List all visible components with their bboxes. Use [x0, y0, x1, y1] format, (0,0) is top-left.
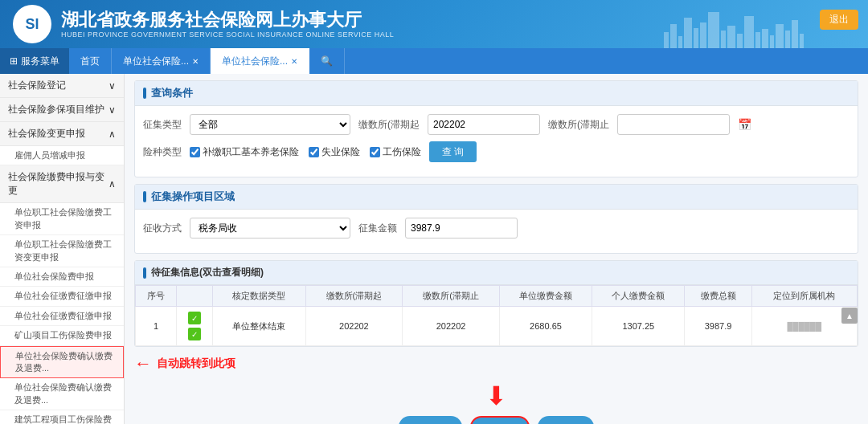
header-title-cn: 湖北省政务服务社会保险网上办事大厅 — [61, 10, 394, 31]
tab-unit-insurance-2[interactable]: 单位社会保险... ✕ — [211, 48, 309, 74]
col-check — [177, 286, 213, 307]
sidebar-group-register-label: 社会保险登记 — [8, 79, 66, 92]
tab-home[interactable]: 首页 — [69, 48, 112, 74]
checkbox-pension-label: 补缴职工基本养老保险 — [203, 145, 299, 159]
collect-title: 征集操作项目区域 — [151, 190, 235, 204]
sidebar-group-fee-label: 社会保险缴费申报与变更 — [8, 170, 108, 198]
col-from: 缴数所(滞期起 — [305, 286, 403, 307]
cell-to: 202202 — [403, 307, 500, 346]
checkbox-injury[interactable]: 工伤保险 — [370, 145, 421, 159]
count-from-input[interactable] — [428, 114, 540, 135]
sidebar-group-header-change[interactable]: 社会保险变更申报 ∧ — [0, 122, 124, 146]
sidebar-item-confirm-fee[interactable]: 单位社会保险费确认缴费及退费... — [0, 346, 124, 379]
checkbox-unemployment[interactable]: 失业保险 — [309, 145, 360, 159]
table-wrapper: 序号 核定数据类型 缴数所(滞期起 缴数所(滞期止 单位缴费金额 个人缴费金额 … — [135, 285, 858, 346]
sidebar-item-3[interactable]: 单位社会征缴费征缴申报 — [0, 287, 124, 306]
tab-unit-insurance-1[interactable]: 单位社会保险... ✕ — [112, 48, 211, 74]
down-arrow-icon: ⬇ — [485, 381, 507, 411]
type-label: 征集类型 — [143, 118, 182, 132]
chevron-icon-0: ∨ — [108, 80, 116, 92]
data-table: 序号 核定数据类型 缴数所(滞期起 缴数所(滞期止 单位缴费金额 个人缴费金额 … — [135, 285, 858, 346]
checkbox-pension-input[interactable] — [190, 147, 200, 157]
type2-label: 险种类型 — [143, 145, 182, 159]
cell-from: 202202 — [305, 307, 403, 346]
cell-personal-amount: 1307.25 — [592, 307, 685, 346]
collect-row: 征收方式 税务局收 征集金额 — [143, 218, 850, 238]
count-to-label: 缴数所(滞期止 — [548, 118, 609, 132]
tab2-label: 单位社会保险... — [222, 55, 288, 68]
tab-search-icon-tab[interactable]: 🔍 — [309, 48, 345, 74]
sidebar-group-insurance-register: 社会保险登记 ∨ — [0, 74, 124, 98]
query-section: 查询条件 征集类型 全部 缴数所(滞期起 缴数所(滞期止 📅 险种类型 — [134, 80, 858, 177]
type-select[interactable]: 全部 — [190, 114, 350, 135]
tab2-close-icon[interactable]: ✕ — [291, 57, 297, 66]
tab1-label: 单位社会保险... — [123, 55, 189, 68]
query-row-2: 险种类型 补缴职工基本养老保险 失业保险 工伤保险 — [143, 141, 850, 162]
checkbox-unemployment-input[interactable] — [309, 147, 319, 157]
sidebar-group-change-label: 社会保险变更申报 — [8, 127, 85, 141]
sidebar-group-maintain-label: 社会保险参保项目维护 — [8, 103, 104, 116]
cell-unit-amount: 2680.65 — [499, 307, 592, 346]
sidebar-item-0[interactable]: 单位职工社会保险缴费工资申报 — [0, 203, 124, 235]
query-row-1: 征集类型 全部 缴数所(滞期起 缴数所(滞期止 📅 — [143, 114, 850, 135]
count-from-label: 缴数所(滞期起 — [358, 118, 420, 132]
cell-checks: ✓ ✓ — [177, 307, 213, 346]
table-row[interactable]: 1 ✓ ✓ 单位整体结束 202202 202202 2680.65 — [136, 307, 858, 346]
col-total: 缴费总额 — [685, 286, 751, 307]
checkbox-injury-input[interactable] — [370, 147, 380, 157]
header-title-en: HUBEI PROVINCE GOVERNMENT SERVICE SOCIAL… — [61, 31, 394, 39]
annotation-row: ← 自动跳转到此项 — [134, 353, 858, 374]
count-to-input[interactable] — [617, 114, 730, 135]
sidebar-group-header-maintain[interactable]: 社会保险参保项目维护 ∨ — [0, 98, 124, 122]
logo-text: SI — [25, 16, 39, 33]
header: SI 湖北省政务服务社会保险网上办事大厅 HUBEI PROVINCE GOVE… — [0, 0, 868, 48]
col-unit-amount: 单位缴费金额 — [499, 286, 592, 307]
menu-button[interactable]: ⊞ 服务菜单 — [0, 48, 69, 74]
sidebar-item-4[interactable]: 单位社会征缴费征缴申报 — [0, 307, 124, 326]
chevron-icon-3: ∧ — [108, 178, 116, 190]
sidebar-group-insurance-maintain: 社会保险参保项目维护 ∨ — [0, 98, 124, 122]
amount-label: 征集金额 — [358, 222, 397, 235]
method-select[interactable]: 税务局收 — [190, 218, 350, 238]
skyline-decoration — [664, 12, 804, 48]
cancel-button[interactable]: 退 出 — [538, 416, 594, 424]
navbar: ⊞ 服务菜单 首页 单位社会保险... ✕ 单位社会保险... ✕ 🔍 — [0, 48, 868, 74]
search-button[interactable]: 查 询 — [429, 141, 477, 162]
sidebar-item-8[interactable]: 建筑工程项目工伤保险费征缴销单 — [0, 410, 124, 424]
chevron-icon-1: ∨ — [108, 104, 116, 116]
sidebar-item-7[interactable]: 单位社会保险费确认缴费及退费... — [0, 378, 124, 410]
query-section-body: 征集类型 全部 缴数所(滞期起 缴数所(滞期止 📅 险种类型 补 — [135, 106, 858, 177]
sidebar-item-2[interactable]: 单位社会保险费申报 — [0, 267, 124, 287]
query-section-header: 查询条件 — [135, 81, 858, 106]
cell-total: 3987.9 — [685, 307, 751, 346]
check-icon-2: ✓ — [188, 328, 201, 340]
table-title-text: 待征集信息(双击查看明细) — [151, 266, 264, 279]
nav-tabs: 首页 单位社会保险... ✕ 单位社会保险... ✕ 🔍 — [69, 48, 345, 74]
collect-section: 征集操作项目区域 征收方式 税务局收 征集金额 — [134, 184, 858, 254]
collect-section-header: 征集操作项目区域 — [135, 185, 858, 210]
sidebar-item-5[interactable]: 矿山项目工伤保险费申报 — [0, 326, 124, 345]
header-title-block: 湖北省政务服务社会保险网上办事大厅 HUBEI PROVINCE GOVERNM… — [61, 10, 394, 39]
checkbox-unemployment-label: 失业保险 — [321, 145, 360, 159]
amount-input[interactable] — [405, 218, 518, 238]
save-button[interactable]: 保 存 — [470, 416, 530, 424]
prev-button[interactable]: 上一步 — [399, 416, 462, 424]
header-logo: SI — [13, 5, 51, 43]
sidebar-group-header-register[interactable]: 社会保险登记 ∨ — [0, 74, 124, 98]
search-tab-icon: 🔍 — [321, 55, 333, 67]
checkbox-pension[interactable]: 补缴职工基本养老保险 — [190, 145, 299, 159]
sidebar-item-employ-report[interactable]: 雇佣人员增减申报 — [0, 146, 124, 165]
table-title: 待征集信息(双击查看明细) — [135, 261, 858, 285]
table-section: 待征集信息(双击查看明细) 序号 核定数据类型 缴数所(滞期起 缴数所(滞期止 … — [134, 260, 858, 347]
sidebar-item-1[interactable]: 单位职工社会保险缴费工资变更申报 — [0, 235, 124, 267]
menu-label: 服务菜单 — [21, 55, 59, 68]
method-label: 征收方式 — [143, 222, 182, 235]
scroll-up-button[interactable]: ▲ — [841, 308, 858, 324]
logout-button[interactable]: 退出 — [820, 10, 858, 30]
home-tab-label: 首页 — [80, 55, 100, 68]
checkbox-group: 补缴职工基本养老保险 失业保险 工伤保险 — [190, 145, 421, 159]
sidebar-group-header-fee[interactable]: 社会保险缴费申报与变更 ∧ — [0, 165, 124, 203]
tab1-close-icon[interactable]: ✕ — [192, 57, 199, 66]
annotation-text: 自动跳转到此项 — [157, 357, 235, 371]
col-type: 核定数据类型 — [213, 286, 305, 307]
